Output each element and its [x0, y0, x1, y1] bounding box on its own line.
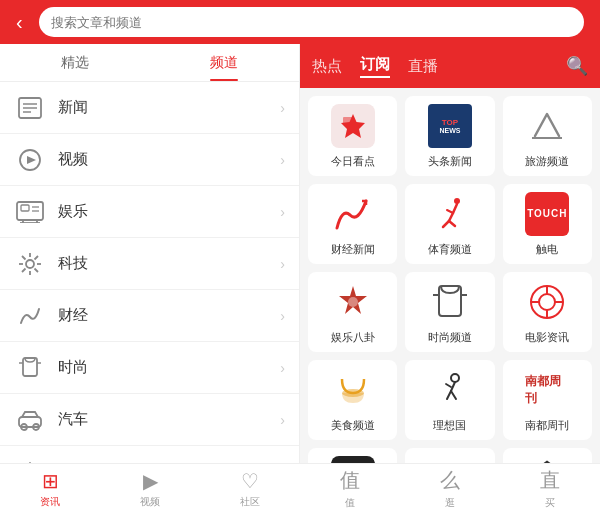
tab-zixun[interactable]: ⊞ 资讯 [0, 464, 100, 513]
channel-shishang[interactable]: 时尚频道 [405, 272, 494, 352]
tab-zhi[interactable]: 值 值 [300, 464, 400, 513]
svg-rect-31 [343, 117, 353, 124]
zixun-icon: ⊞ [42, 469, 59, 493]
shipin-icon: ▶ [143, 469, 158, 493]
channel-yule-icon [330, 280, 376, 324]
channel-zuanshi[interactable]: 钻石频道 [503, 448, 592, 463]
nav-hot[interactable]: 热点 [312, 57, 342, 76]
channel-toutiao[interactable]: TOP NEWS 头条新闻 [405, 96, 494, 176]
channel-tiyu[interactable]: 体育频道 [405, 184, 494, 264]
svg-line-38 [449, 221, 455, 226]
channels-grid: 今日看点 TOP NEWS 头条新闻 [300, 88, 600, 463]
left-tabs: 精选 频道 [0, 44, 299, 82]
search-input[interactable] [51, 15, 572, 30]
channel-nandu[interactable]: 南都周刊 南都周刊 [503, 360, 592, 440]
search-icon[interactable]: 🔍 [566, 55, 588, 77]
nav-live[interactable]: 直播 [408, 57, 438, 76]
svg-line-36 [449, 213, 453, 221]
nav-subscribe[interactable]: 订阅 [360, 55, 390, 78]
tab-jingxuan[interactable]: 精选 [0, 44, 150, 81]
zhi-label: 值 [345, 496, 355, 510]
menu-item-tech[interactable]: 科技 › [0, 238, 299, 290]
channel-yule[interactable]: 娱乐八卦 [308, 272, 397, 352]
channel-jinri[interactable]: 今日看点 [308, 96, 397, 176]
svg-line-34 [453, 204, 457, 213]
zixun-label: 资讯 [40, 495, 60, 509]
video-arrow: › [280, 152, 285, 168]
menu-item-entertainment[interactable]: 娱乐 › [0, 186, 299, 238]
channel-jinri-icon [330, 104, 376, 148]
channel-touch-name: 触电 [536, 242, 558, 257]
bottom-bar: ⊞ 资讯 ▶ 视频 ♡ 社区 值 值 么 逛 直 买 [0, 463, 600, 513]
finance-label: 财经 [58, 306, 280, 325]
channel-tiyu-name: 体育频道 [428, 242, 472, 257]
video-label: 视频 [58, 150, 280, 169]
fashion-icon [14, 352, 46, 384]
svg-marker-5 [27, 156, 36, 164]
tab-pindao[interactable]: 频道 [150, 44, 300, 81]
svg-rect-10 [21, 205, 29, 211]
svg-point-40 [348, 297, 358, 307]
tab-shipin[interactable]: ▶ 视频 [100, 464, 200, 513]
shipin-label: 视频 [140, 495, 160, 509]
channel-touch[interactable]: TOUCH 触电 [503, 184, 592, 264]
channel-meishi[interactable]: 美食频道 [308, 360, 397, 440]
svg-line-37 [443, 221, 449, 227]
channel-toutiao-icon: TOP NEWS [427, 104, 473, 148]
svg-line-20 [35, 256, 39, 260]
menu-item-travel[interactable]: 旅游 › [0, 446, 299, 463]
channel-nandu-name: 南都周刊 [525, 418, 569, 433]
menu-item-news[interactable]: 新闻 › [0, 82, 299, 134]
channel-pao[interactable]: 悦跑圈 [308, 448, 397, 463]
menu-item-auto[interactable]: 汽车 › [0, 394, 299, 446]
channel-meishi-name: 美食频道 [331, 418, 375, 433]
guang-label: 逛 [445, 496, 455, 510]
fashion-label: 时尚 [58, 358, 280, 377]
tech-icon [14, 248, 46, 280]
menu-item-fashion[interactable]: 时尚 › [0, 342, 299, 394]
svg-point-45 [539, 294, 555, 310]
channel-toutiao-name: 头条新闻 [428, 154, 472, 169]
channel-lvyou-icon [524, 104, 570, 148]
channel-caijing-icon [330, 192, 376, 236]
right-panel: 热点 订阅 直播 🔍 今日看点 [300, 44, 600, 463]
guang-icon: 么 [440, 467, 460, 494]
tech-label: 科技 [58, 254, 280, 273]
channel-tiyu-icon [427, 192, 473, 236]
right-header: 热点 订阅 直播 🔍 [300, 44, 600, 88]
shequn-icon: ♡ [241, 469, 259, 493]
tab-mai[interactable]: 直 买 [500, 464, 600, 513]
search-box[interactable] [39, 7, 584, 37]
channel-touch-icon: TOUCH [524, 192, 570, 236]
channel-caijing[interactable]: 财经新闻 [308, 184, 397, 264]
channel-dianying-icon [524, 280, 570, 324]
entertainment-arrow: › [280, 204, 285, 220]
channel-nandu-icon: 南都周刊 [524, 368, 570, 412]
menu-item-video[interactable]: 视频 › [0, 134, 299, 186]
channel-dianying[interactable]: 电影资讯 [503, 272, 592, 352]
main-content: 精选 频道 新闻 › [0, 44, 600, 463]
svg-line-18 [22, 256, 26, 260]
channel-jilian[interactable]: 极炼 极炼 [405, 448, 494, 463]
mai-icon: 直 [540, 467, 560, 494]
channel-lvyou[interactable]: 旅游频道 [503, 96, 592, 176]
video-icon [14, 144, 46, 176]
menu-item-finance[interactable]: 财经 › [0, 290, 299, 342]
auto-arrow: › [280, 412, 285, 428]
tab-shequn[interactable]: ♡ 社区 [200, 464, 300, 513]
left-panel: 精选 频道 新闻 › [0, 44, 300, 463]
svg-line-54 [447, 391, 451, 399]
channel-lvyou-name: 旅游频道 [525, 154, 569, 169]
back-button[interactable]: ‹ [8, 7, 31, 38]
tab-guang[interactable]: 么 逛 [400, 464, 500, 513]
menu-list: 新闻 › 视频 › [0, 82, 299, 463]
svg-line-19 [35, 268, 39, 272]
svg-line-21 [22, 268, 26, 272]
channel-lixiang-icon [427, 368, 473, 412]
channel-pao-icon [330, 456, 376, 464]
channel-lixiang[interactable]: 理想国 [405, 360, 494, 440]
finance-icon [14, 300, 46, 332]
channel-zuanshi-icon [524, 456, 570, 464]
channel-meishi-icon [330, 368, 376, 412]
tech-arrow: › [280, 256, 285, 272]
